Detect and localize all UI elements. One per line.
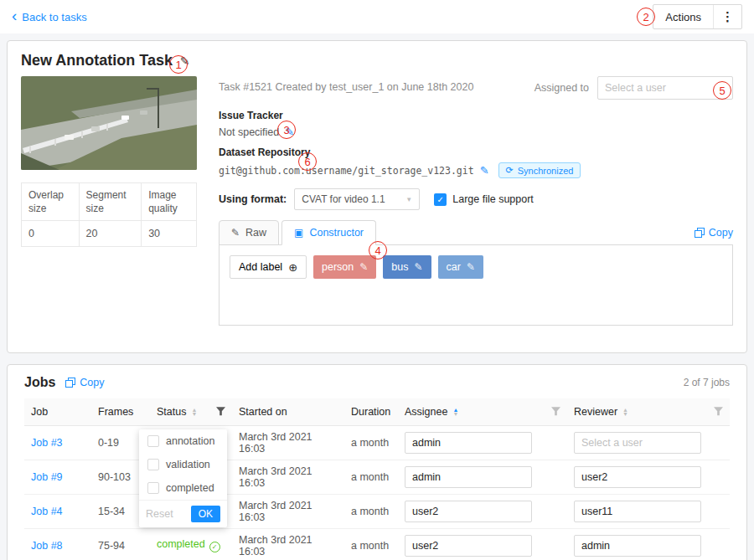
sort-icon[interactable]: ▲▼: [452, 408, 458, 416]
sort-icon[interactable]: ▲▼: [622, 408, 628, 416]
job-assignee-input[interactable]: [405, 466, 532, 488]
reviewer-header-label: Reviewer: [574, 406, 617, 418]
actions-button[interactable]: Actions ⋮: [653, 4, 742, 29]
annotation-step-3: 3: [277, 121, 296, 139]
filter-option-label: validation: [166, 459, 210, 470]
filter-option-annotation[interactable]: annotation: [139, 429, 227, 453]
format-select[interactable]: CVAT for video 1.1 ▼: [294, 188, 420, 210]
job-row: Job #3 0-19 March 3rd 2021 16:03 a month: [24, 425, 730, 460]
copy-jobs-link[interactable]: Copy: [65, 377, 104, 388]
using-format-label: Using format:: [219, 193, 287, 205]
more-vertical-icon[interactable]: ⋮: [714, 5, 741, 28]
param-value-segment: 20: [79, 221, 142, 247]
back-label: Back to tasks: [22, 11, 86, 23]
edit-label-icon[interactable]: ✎: [414, 261, 422, 273]
reviewer-filter-icon[interactable]: [714, 407, 723, 416]
column-header-job[interactable]: Job: [24, 398, 91, 425]
job-assignee-input[interactable]: [405, 501, 532, 522]
copy-icon: [695, 228, 705, 238]
job-started: March 3rd 2021 16:03: [232, 425, 344, 460]
job-row: Job #9 90-103 March 3rd 2021 16:03 a mon…: [24, 460, 730, 494]
sort-icon[interactable]: ▲▼: [191, 408, 197, 416]
checkbox-unchecked-icon[interactable]: [147, 482, 159, 494]
job-duration: a month: [344, 494, 398, 528]
job-assignee-input[interactable]: [405, 535, 532, 557]
job-started: March 3rd 2021 16:03: [232, 460, 344, 494]
jobs-title: Jobs: [24, 375, 55, 390]
column-header-assignee[interactable]: Assignee ▲▼: [398, 398, 567, 425]
chevron-down-icon: ▼: [405, 196, 412, 203]
job-assignee-input[interactable]: [405, 432, 532, 454]
actions-label: Actions: [653, 5, 713, 28]
annotation-step-1: 1: [169, 55, 188, 74]
job-link[interactable]: Job #9: [31, 471, 63, 483]
status-filter-icon[interactable]: [216, 407, 225, 416]
jobs-table: Job Frames Status ▲▼ Started on Duration: [24, 398, 730, 560]
job-duration: a month: [344, 460, 398, 494]
job-row: Job #4 15-34 March 3rd 2021 16:03 a mont…: [24, 494, 730, 528]
job-reviewer-input[interactable]: [574, 501, 701, 522]
column-header-reviewer[interactable]: Reviewer ▲▼: [567, 398, 730, 425]
column-header-duration[interactable]: Duration: [344, 398, 398, 425]
status-filter-dropdown: annotation validation completed Reset OK: [139, 429, 227, 527]
param-header: Segment size: [79, 183, 142, 221]
checkbox-unchecked-icon[interactable]: [147, 459, 159, 470]
param-value-quality: 30: [142, 221, 197, 247]
param-header: Overlap size: [22, 183, 80, 221]
label-chip-bus[interactable]: bus ✎: [383, 255, 431, 279]
large-file-support-checkbox[interactable]: ✓ Large file support: [434, 193, 534, 206]
job-link[interactable]: Job #8: [31, 540, 63, 552]
jobs-card: Jobs Copy 2 of 7 jobs Job Frames Status …: [7, 364, 747, 560]
annotation-step-2: 2: [637, 8, 655, 26]
job-frames: 75-94: [91, 528, 150, 560]
column-header-frames[interactable]: Frames: [91, 398, 150, 425]
filter-ok-button[interactable]: OK: [191, 506, 220, 522]
checkbox-unchecked-icon[interactable]: [147, 435, 159, 447]
task-details-card: New Annotation Task ✎: [7, 40, 747, 353]
edit-repository-icon[interactable]: ✎: [480, 164, 489, 177]
issue-tracker-value: Not specified: [219, 126, 279, 138]
issue-tracker-label: Issue Tracker: [219, 110, 733, 121]
copy-icon: [65, 378, 75, 388]
job-reviewer-input[interactable]: [574, 432, 701, 454]
param-value-overlap: 0: [22, 221, 80, 247]
job-reviewer-input[interactable]: [574, 466, 701, 488]
tab-raw-label: Raw: [245, 227, 266, 239]
copy-labels-link[interactable]: Copy: [695, 227, 733, 244]
task-meta: Task #1521 Created by test_user_1 on Jun…: [219, 76, 473, 93]
job-started: March 3rd 2021 16:03: [232, 494, 344, 528]
assignee-filter-icon[interactable]: [551, 407, 560, 416]
labels-tabbar: ✎ Raw ▣ Constructor Copy: [219, 220, 733, 245]
annotation-step-6: 6: [298, 152, 317, 171]
task-params-table: Overlap size Segment size Image quality …: [21, 182, 197, 247]
constructor-icon: ▣: [294, 227, 303, 239]
column-header-status[interactable]: Status ▲▼: [150, 398, 232, 425]
tab-constructor[interactable]: ▣ Constructor: [281, 220, 376, 245]
task-title: New Annotation Task: [21, 52, 173, 69]
tab-raw[interactable]: ✎ Raw: [219, 220, 279, 245]
column-header-started[interactable]: Started on: [232, 398, 344, 425]
job-duration: a month: [344, 528, 398, 560]
label-chip-car[interactable]: car ✎: [438, 255, 483, 279]
job-link[interactable]: Job #4: [31, 506, 63, 517]
annotation-step-4: 4: [369, 241, 387, 259]
sync-badge-label: Synchronized: [518, 166, 574, 176]
labels-constructor-panel: Add label ⊕ person ✎ bus ✎ car ✎: [219, 245, 733, 326]
copy-jobs-label: Copy: [80, 377, 104, 388]
filter-option-completed[interactable]: completed: [139, 476, 227, 500]
copy-labels-label: Copy: [709, 227, 733, 239]
synchronized-badge[interactable]: ⟳ Synchronized: [498, 162, 581, 178]
label-chip-person-name: person: [322, 261, 354, 273]
job-link[interactable]: Job #3: [31, 437, 63, 449]
assigned-to-label: Assigned to: [535, 82, 589, 94]
back-to-tasks-link[interactable]: ‹ Back to tasks: [12, 10, 87, 23]
edit-label-icon[interactable]: ✎: [359, 261, 368, 273]
pencil-icon: ✎: [231, 227, 240, 239]
filter-option-validation[interactable]: validation: [139, 453, 227, 476]
dataset-repository-url: git@github.com:username/git_storage_v123…: [219, 165, 474, 177]
job-reviewer-input[interactable]: [574, 535, 701, 557]
label-chip-person[interactable]: person ✎: [313, 255, 376, 279]
add-label-button[interactable]: Add label ⊕: [230, 255, 307, 279]
filter-reset-button[interactable]: Reset: [146, 508, 173, 520]
edit-label-icon[interactable]: ✎: [467, 261, 475, 273]
